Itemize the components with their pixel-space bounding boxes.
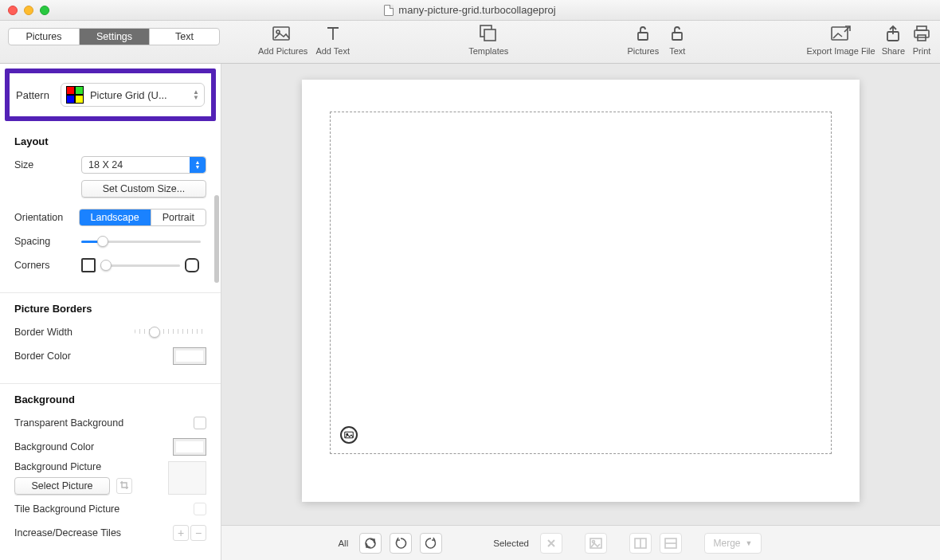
bg-picture-thumb — [168, 461, 206, 495]
border-width-slider[interactable] — [135, 326, 206, 339]
orientation-segmented: Landscape Portrait — [79, 209, 206, 226]
border-color-swatch[interactable] — [173, 347, 206, 365]
merge-label: Merge — [714, 538, 741, 549]
lock-text-button[interactable]: Text — [667, 24, 687, 56]
templates-button[interactable]: Templates — [468, 24, 508, 56]
all-label: All — [338, 538, 348, 548]
delete-button — [540, 533, 562, 554]
shuffle-button[interactable] — [359, 533, 382, 554]
svg-rect-5 — [672, 33, 682, 40]
add-text-label: Add Text — [315, 46, 350, 56]
rotate-ccw-button[interactable] — [390, 533, 412, 554]
image-plus-icon — [272, 24, 293, 43]
decrease-tiles-button[interactable]: − — [190, 525, 206, 541]
tab-settings[interactable]: Settings — [79, 29, 149, 45]
corners-slider[interactable] — [100, 259, 180, 272]
lock-text-label: Text — [669, 46, 685, 56]
transparent-bg-checkbox[interactable] — [194, 417, 206, 429]
chevron-up-down-icon: ▲▼ — [190, 157, 206, 173]
add-image-chip[interactable] — [340, 426, 358, 444]
export-label: Export Image File — [806, 46, 875, 56]
split-v-button — [629, 533, 652, 554]
background-section: Background Transparent Background Backgr… — [0, 384, 221, 560]
corner-square-icon — [81, 258, 96, 272]
lock-pictures-button[interactable]: Pictures — [628, 24, 660, 56]
orientation-landscape-button[interactable]: Landscape — [80, 210, 151, 225]
spacing-label: Spacing — [14, 236, 81, 247]
titlebar: many-picture-grid.turbocollageproj — [0, 0, 940, 21]
pattern-label: Pattern — [16, 89, 49, 101]
window-title-text: many-picture-grid.turbocollageproj — [398, 4, 555, 16]
bg-color-swatch[interactable] — [173, 438, 206, 456]
print-button[interactable]: Print — [911, 24, 932, 56]
picture-borders-section: Picture Borders Border Width Border Colo… — [0, 293, 221, 384]
split-h-button — [660, 533, 682, 554]
layout-heading: Layout — [14, 135, 206, 147]
pattern-select[interactable]: Picture Grid (U... ▲▼ — [61, 83, 205, 107]
merge-dropdown: Merge ▼ — [704, 533, 762, 554]
tile-bg-checkbox — [194, 503, 206, 515]
orientation-portrait-button[interactable]: Portrait — [151, 210, 206, 225]
tab-text[interactable]: Text — [149, 29, 219, 45]
canvas-bottom-bar: All Selected — [221, 525, 940, 560]
export-image-icon — [831, 24, 852, 43]
bg-picture-label: Background Picture — [14, 461, 162, 472]
selected-label: Selected — [493, 538, 529, 548]
text-icon — [323, 24, 343, 43]
lock-pictures-label: Pictures — [628, 46, 660, 56]
set-custom-size-button[interactable]: Set Custom Size... — [81, 180, 206, 198]
border-width-label: Border Width — [14, 327, 110, 338]
select-picture-button[interactable]: Select Picture — [14, 477, 110, 495]
image-button — [585, 533, 607, 554]
svg-rect-9 — [915, 30, 929, 37]
picture-borders-heading: Picture Borders — [14, 303, 206, 315]
add-pictures-label: Add Pictures — [258, 46, 307, 56]
window-title: many-picture-grid.turbocollageproj — [0, 4, 940, 16]
canvas-area: All Selected — [221, 64, 940, 560]
collage-canvas[interactable] — [302, 80, 860, 502]
templates-label: Templates — [468, 46, 508, 56]
inc-dec-tiles-label: Increase/Decrease Tiles — [14, 527, 150, 538]
layout-section: Layout Size 18 X 24 ▲▼ Set Custom Size..… — [0, 126, 221, 293]
print-label: Print — [913, 46, 931, 56]
transparent-bg-label: Transparent Background — [14, 417, 158, 429]
main-tabs: Pictures Settings Text — [8, 28, 220, 45]
document-icon — [384, 5, 394, 16]
add-pictures-button[interactable]: Add Pictures — [258, 24, 307, 56]
tile-bg-label: Tile Background Picture — [14, 503, 158, 515]
svg-rect-4 — [638, 33, 648, 40]
chevron-down-icon: ▼ — [746, 539, 753, 547]
print-icon — [911, 24, 932, 43]
size-select[interactable]: 18 X 24 ▲▼ — [81, 156, 206, 174]
crop-icon[interactable] — [116, 478, 132, 494]
size-label: Size — [14, 159, 81, 170]
size-value: 18 X 24 — [88, 159, 123, 170]
bg-color-label: Background Color — [14, 441, 134, 452]
tab-pictures[interactable]: Pictures — [9, 29, 79, 45]
collage-grid-frame[interactable] — [330, 112, 832, 454]
lock-open-icon — [633, 24, 653, 43]
orientation-label: Orientation — [14, 212, 79, 223]
increase-tiles-button[interactable]: + — [173, 525, 189, 541]
share-button[interactable]: Share — [882, 24, 905, 56]
svg-point-1 — [276, 30, 280, 33]
templates-icon — [478, 24, 499, 43]
corners-label: Corners — [14, 260, 81, 271]
pattern-grid-icon — [66, 86, 84, 104]
svg-rect-3 — [484, 29, 495, 41]
spacing-slider[interactable] — [81, 235, 201, 248]
background-heading: Background — [14, 394, 206, 405]
toolbar-row: Add Pictures Add Text Templates Pictures — [258, 24, 932, 56]
toolbar: Pictures Settings Text Add Pictures Add … — [0, 21, 940, 64]
border-color-label: Border Color — [14, 350, 110, 362]
rotate-cw-button[interactable] — [420, 533, 442, 554]
lock-open-icon — [667, 24, 687, 43]
sidebar-scrollbar[interactable] — [214, 195, 219, 283]
add-text-button[interactable]: Add Text — [315, 24, 350, 56]
settings-sidebar: Pattern Picture Grid (U... ▲▼ Layout Siz… — [0, 64, 221, 560]
share-icon — [883, 24, 903, 43]
export-button[interactable]: Export Image File — [806, 24, 875, 56]
chevron-up-down-icon: ▲▼ — [193, 87, 201, 103]
share-label: Share — [882, 46, 905, 56]
corner-round-icon — [185, 258, 199, 272]
